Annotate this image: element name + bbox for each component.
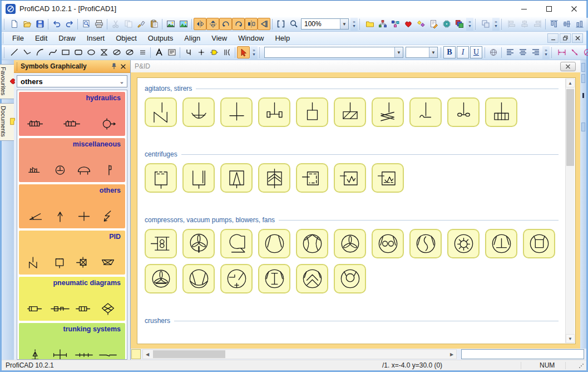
symbol-tile-agitator-square[interactable] [296, 97, 328, 127]
print-button[interactable] [92, 18, 105, 30]
integrated-circuit-button[interactable] [440, 18, 453, 30]
insert-picture-button[interactable] [177, 18, 190, 30]
rectangle-tool-button[interactable] [59, 46, 72, 58]
toolbar-grip[interactable] [501, 19, 503, 30]
symbol-tile-roots-blower[interactable] [372, 229, 404, 258]
symbol-tile-centrifuge-zigzag[interactable] [334, 163, 366, 193]
symbol-tile-compressor-ibeam[interactable] [258, 264, 290, 293]
copy-button[interactable] [122, 18, 135, 30]
symbol-tile-blower-trapezoid[interactable] [182, 264, 215, 293]
undo-button[interactable] [50, 18, 63, 30]
flip-vertical-button[interactable] [206, 18, 219, 30]
mdi-close-button[interactable] [572, 33, 583, 43]
symbol-tile-agitator-paddle[interactable] [258, 97, 290, 127]
close-button[interactable] [561, 1, 586, 17]
text-align-left-button[interactable] [503, 46, 516, 58]
symbol-tile-compressor-chevrons[interactable] [296, 264, 328, 293]
logic-gate-tool-button[interactable] [207, 46, 220, 58]
symbol-tile-centrifuge-cone[interactable] [220, 163, 253, 193]
menu-item-edit[interactable]: Edit [29, 32, 53, 44]
toolbar-grip[interactable] [551, 47, 553, 58]
page-tab[interactable] [131, 349, 141, 359]
gate-tool-button[interactable] [182, 46, 195, 58]
vertical-scroll-thumb[interactable] [566, 89, 574, 166]
format-painter-button[interactable] [135, 18, 147, 30]
print-preview-button[interactable] [80, 18, 92, 30]
symbol-tile-agitator-anchor[interactable] [182, 97, 215, 127]
save-button[interactable] [33, 18, 46, 30]
zoom-select[interactable]: 100%▼ [301, 18, 349, 30]
rotate-right-button[interactable] [232, 18, 245, 30]
symbol-tile-compressor-tee[interactable] [485, 229, 517, 258]
paste-button[interactable] [147, 18, 160, 30]
panel-grip[interactable] [17, 62, 18, 71]
layers-button[interactable] [453, 18, 466, 30]
toolbar-options-chevron-icon[interactable]: »▾ [350, 18, 358, 31]
horizontal-scroll-thumb[interactable] [153, 350, 225, 358]
menu-item-draw[interactable]: Draw [53, 32, 81, 44]
horizontal-scrollbar[interactable]: ◀ ▶ [142, 349, 457, 359]
category-tile-trunking-systems[interactable]: trunking systems [19, 323, 125, 360]
insert-image-button[interactable] [164, 18, 177, 30]
menu-item-align[interactable]: Align [179, 32, 206, 44]
symbol-tile-compressor-box[interactable] [523, 229, 555, 258]
connection-point-tool-button[interactable] [195, 46, 207, 58]
rounded-rectangle-tool-button[interactable] [72, 46, 85, 58]
align-left-objects-button[interactable] [505, 18, 518, 30]
menu-grip[interactable] [3, 33, 4, 43]
line-tool-button[interactable] [8, 46, 21, 58]
pin-icon[interactable] [110, 62, 118, 71]
crossed-ellipse-arrow-tool-button[interactable] [123, 46, 136, 58]
minimize-button[interactable] [511, 1, 536, 17]
toolbar-grip[interactable] [359, 19, 361, 30]
overlap-squares-button[interactable] [479, 18, 492, 30]
align-top-objects-button[interactable] [547, 18, 560, 30]
status-edit-box[interactable] [461, 349, 584, 359]
symbol-tile-compressor-cell[interactable] [145, 229, 177, 258]
toolbar-options-chevron-icon[interactable]: »▾ [492, 18, 500, 31]
mdi-restore-button[interactable] [560, 33, 571, 43]
bezier-tool-button[interactable] [46, 46, 59, 58]
align-center-objects-button[interactable] [518, 18, 531, 30]
category-dropdown[interactable]: others ⌄ [17, 75, 127, 87]
symbol-tile-centrifuge-side-dashed[interactable] [296, 163, 328, 193]
align-right-objects-button[interactable] [531, 18, 543, 30]
dimension-diagonal-button[interactable] [568, 46, 581, 58]
hourglass-tool-button[interactable] [97, 46, 110, 58]
linked-blocks-button[interactable] [389, 18, 402, 30]
italic-button[interactable]: I [457, 46, 469, 58]
scroll-right-icon[interactable]: ▶ [447, 350, 456, 359]
flip-horizontal-button[interactable] [194, 18, 206, 30]
align-bottom-objects-button[interactable] [573, 18, 586, 30]
category-tile-others[interactable]: others [19, 184, 125, 228]
connector-brace-tool-button[interactable] [220, 46, 233, 58]
symbol-tile-compressor-chords[interactable] [258, 229, 290, 258]
sitemap-button[interactable] [376, 18, 389, 30]
category-tile-miscellaneous[interactable]: miscellaneous [19, 138, 125, 182]
symbol-tile-fan-propeller-stem[interactable] [182, 229, 215, 258]
text-align-center-button[interactable] [516, 46, 529, 58]
new-document-button[interactable] [8, 18, 21, 30]
bold-button[interactable]: B [443, 46, 456, 58]
parallel-lines-tool-button[interactable] [136, 46, 149, 58]
dimension-linear-button[interactable] [555, 46, 568, 58]
font-size-select[interactable]: ▼ [406, 47, 438, 58]
toolbar-grip[interactable] [475, 19, 477, 30]
symbol-tile-centrifuge-zigzag-dashed[interactable] [372, 163, 404, 193]
open-folder-button[interactable] [21, 18, 33, 30]
symbol-tile-ring-blower[interactable] [334, 264, 366, 293]
mirror-vertical-button[interactable] [245, 18, 258, 30]
symbol-tile-agitator-hook[interactable] [409, 97, 442, 127]
symbol-tile-compressor-tees[interactable] [220, 264, 253, 293]
symbol-tile-agitator-grid-box[interactable] [485, 97, 517, 127]
symbol-tile-agitator-blade[interactable] [220, 97, 253, 127]
text-tool-button[interactable] [152, 46, 165, 58]
globe-language-button[interactable] [487, 46, 500, 58]
rotate-left-button[interactable] [219, 18, 232, 30]
symbol-tile-agitator-gate[interactable] [145, 97, 177, 127]
combo-arrow-icon[interactable]: ▼ [394, 47, 403, 57]
selection-arrow-button[interactable] [237, 46, 250, 58]
symbol-tile-agitator-disc[interactable] [447, 97, 480, 127]
text-align-right-button[interactable] [529, 46, 542, 58]
align-middle-objects-button[interactable] [560, 18, 573, 30]
